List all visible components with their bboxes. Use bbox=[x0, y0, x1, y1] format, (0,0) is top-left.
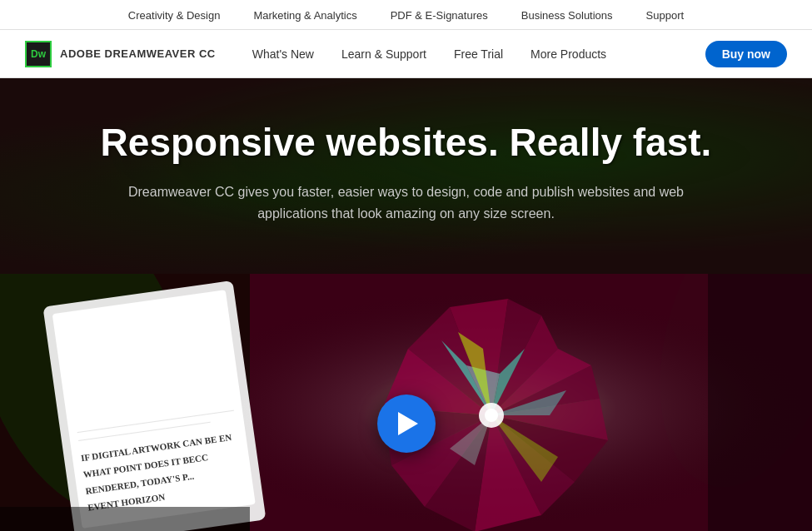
brand-logo[interactable]: Dw ADOBE DREAMWEAVER CC bbox=[25, 41, 216, 67]
dreamweaver-logo-icon: Dw bbox=[25, 41, 52, 67]
video-thumbnail: IF DIGITAL ARTWORK CAN BE EN WHAT POINT … bbox=[0, 274, 812, 531]
sec-nav-item-learn-support[interactable]: Learn & Support bbox=[330, 47, 438, 62]
top-nav-item-support[interactable]: Support bbox=[646, 7, 685, 22]
top-nav-item-creativity[interactable]: Creativity & Design bbox=[128, 7, 221, 22]
brand-name-label: ADOBE DREAMWEAVER CC bbox=[60, 47, 216, 60]
svg-rect-37 bbox=[0, 507, 250, 531]
sec-nav-item-free-trial[interactable]: Free Trial bbox=[442, 47, 515, 62]
play-button[interactable] bbox=[377, 395, 436, 453]
top-navigation: Creativity & Design Marketing & Analytic… bbox=[0, 0, 812, 30]
secondary-navigation: Dw ADOBE DREAMWEAVER CC What's New Learn… bbox=[0, 30, 812, 78]
top-nav-item-business[interactable]: Business Solutions bbox=[521, 7, 613, 22]
hero-subtitle: Dreamweaver CC gives you faster, easier … bbox=[115, 181, 698, 224]
svg-point-27 bbox=[485, 409, 498, 422]
buy-now-button[interactable]: Buy now bbox=[705, 41, 787, 67]
hero-section: Responsive websites. Really fast. Dreamw… bbox=[0, 78, 812, 274]
sec-nav-item-whats-new[interactable]: What's New bbox=[241, 47, 326, 62]
svg-rect-36 bbox=[708, 274, 812, 531]
top-nav-item-marketing[interactable]: Marketing & Analytics bbox=[253, 7, 356, 22]
hero-title: Responsive websites. Really fast. bbox=[17, 120, 795, 165]
top-nav-item-pdf[interactable]: PDF & E-Signatures bbox=[391, 7, 488, 22]
sec-nav-item-more-products[interactable]: More Products bbox=[519, 47, 618, 62]
